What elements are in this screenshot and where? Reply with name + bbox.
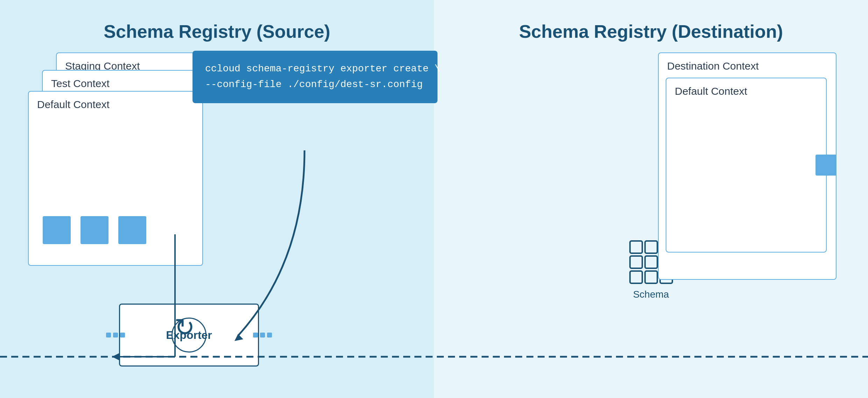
svg-rect-4 [630, 241, 642, 253]
schema-icon-2 [80, 216, 108, 244]
svg-marker-2 [112, 353, 119, 360]
exporter-circle: ↻ Exporter [172, 318, 206, 353]
dest-context-label: Destination Context [667, 60, 759, 72]
svg-rect-5 [645, 241, 657, 253]
dest-inner-box: Default Context [666, 78, 827, 253]
command-text: ccloud schema-registry exporter create \… [205, 61, 425, 93]
svg-rect-11 [645, 271, 657, 283]
exporter-inner: ↻ Exporter [172, 318, 206, 353]
dest-default-context-label: Default Context [675, 85, 747, 97]
svg-rect-7 [630, 256, 642, 268]
schema-icon-1 [43, 216, 71, 244]
exporter-box: ↻ Exporter [119, 304, 259, 367]
svg-rect-8 [645, 256, 657, 268]
exporter-dots-left [106, 333, 125, 337]
source-title: Schema Registry (Source) [28, 21, 406, 42]
default-context-box: Default Context [28, 91, 203, 266]
schema-icons [43, 216, 146, 244]
schema-icon-3 [118, 216, 146, 244]
test-context-label: Test Context [51, 78, 110, 89]
dest-panel: Schema Registry (Destination) Schema Des… [434, 0, 868, 398]
default-context-label: Default Context [37, 99, 110, 110]
exporter-dots-right [253, 333, 272, 337]
schema-label: Schema [633, 289, 669, 300]
dest-title: Schema Registry (Destination) [462, 21, 840, 42]
exporter-label: Exporter [166, 329, 212, 342]
command-box: ccloud schema-registry exporter create \… [192, 51, 438, 103]
dest-outer-box: Destination Context Default Context [658, 52, 836, 280]
main-container: Schema Registry (Source) Staging Context… [0, 0, 868, 398]
source-panel: Schema Registry (Source) Staging Context… [0, 0, 434, 398]
svg-rect-10 [630, 271, 642, 283]
dest-schema-icon [816, 155, 836, 176]
